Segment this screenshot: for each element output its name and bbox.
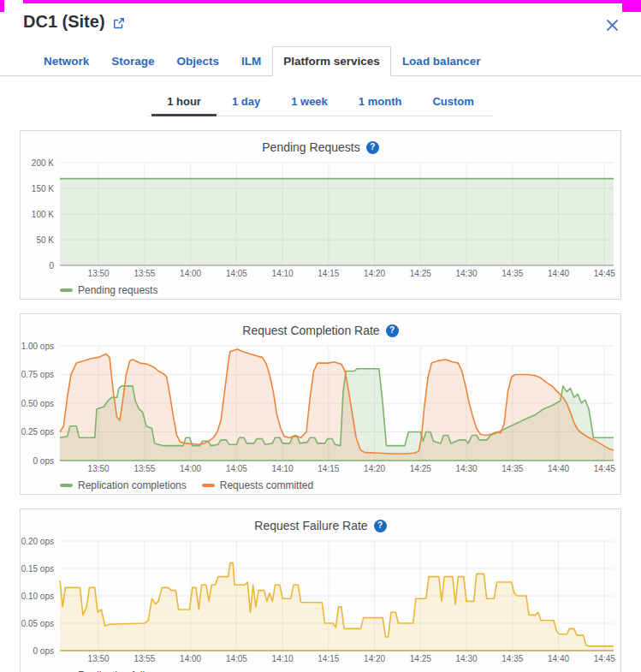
svg-text:100 K: 100 K [32,210,54,219]
svg-text:13:55: 13:55 [134,269,155,278]
svg-text:13:55: 13:55 [134,654,155,663]
svg-text:0.20 ops: 0.20 ops [21,537,54,546]
tab-platform-services[interactable]: Platform services [272,46,391,76]
chart-legend: Replication failures [21,665,620,672]
svg-text:1.00 ops: 1.00 ops [21,342,54,351]
svg-text:0.15 ops: 0.15 ops [21,564,54,574]
chart-title-text: Pending Requests [262,140,359,154]
chart-title-text: Request Completion Rate [242,324,379,337]
svg-text:14:25: 14:25 [410,269,431,278]
chart-title: Pending Requests ? [21,131,620,157]
magenta-artifact-top [23,0,641,3]
legend-label: Replication completions [78,479,187,491]
magenta-artifact-corner [622,0,641,12]
svg-text:14:05: 14:05 [226,654,247,663]
tab-network[interactable]: Network [33,46,100,75]
chart-panel-request-completion-rate: Request Completion Rate ? 0 ops0.25 ops0… [20,313,621,495]
svg-text:200 K: 200 K [32,158,54,168]
chart-legend: Replication completionsRequests committe… [21,475,620,494]
tab-storage[interactable]: Storage [100,46,165,75]
request-completion-rate-chart[interactable]: 0 ops0.25 ops0.50 ops0.75 ops1.00 ops13:… [21,340,620,475]
svg-text:14:05: 14:05 [226,269,247,278]
svg-text:14:35: 14:35 [502,464,523,473]
svg-text:14:10: 14:10 [272,654,294,663]
svg-text:14:20: 14:20 [364,464,385,473]
svg-text:14:05: 14:05 [226,464,247,473]
svg-text:14:10: 14:10 [272,269,294,278]
svg-text:14:45: 14:45 [594,654,615,663]
svg-text:0.50 ops: 0.50 ops [21,399,54,408]
svg-text:0 ops: 0 ops [33,646,54,656]
legend-swatch [202,484,215,487]
svg-text:14:20: 14:20 [364,654,385,663]
svg-text:14:35: 14:35 [502,654,523,663]
svg-text:13:55: 13:55 [134,464,155,473]
legend-swatch [60,288,73,292]
help-icon[interactable]: ? [366,141,379,154]
chart-title: Request Completion Rate ? [21,314,620,340]
tab-ilm[interactable]: ILM [230,46,272,75]
tab-load-balancer[interactable]: Load balancer [391,46,492,75]
svg-text:14:40: 14:40 [548,654,569,663]
svg-text:0.25 ops: 0.25 ops [21,427,54,437]
legend-item-requests-committed[interactable]: Requests committed [202,479,313,491]
magenta-artifact-left [0,0,4,12]
charts-container: Pending Requests ? 050 K100 K150 K200 K1… [20,130,621,672]
header: DC1 (Site) [0,0,641,39]
chart-svg: 0 ops0.05 ops0.10 ops0.15 ops0.20 ops13:… [21,535,620,665]
svg-text:13:50: 13:50 [88,464,110,473]
chart-svg: 050 K100 K150 K200 K13:5013:5514:0014:05… [21,157,620,280]
time-range-selector: 1 hour1 day1 week1 monthCustom [148,87,493,116]
svg-text:0.75 ops: 0.75 ops [21,370,54,379]
svg-text:14:40: 14:40 [548,269,569,278]
svg-text:14:00: 14:00 [180,464,201,473]
page-title: DC1 (Site) [23,12,125,32]
time-range-1-day[interactable]: 1 day [217,87,276,116]
svg-text:14:15: 14:15 [318,269,339,278]
legend-item-pending-requests[interactable]: Pending requests [60,284,157,296]
svg-text:14:00: 14:00 [180,654,201,663]
chart-svg: 0 ops0.25 ops0.50 ops0.75 ops1.00 ops13:… [21,340,620,475]
legend-item-replication-completions[interactable]: Replication completions [60,479,187,491]
svg-text:14:25: 14:25 [410,654,431,663]
close-icon [606,21,619,34]
request-failure-rate-chart[interactable]: 0 ops0.05 ops0.10 ops0.15 ops0.20 ops13:… [21,535,620,665]
legend-label: Requests committed [220,479,313,491]
svg-text:14:10: 14:10 [272,464,294,473]
page-title-text: DC1 (Site) [23,12,105,32]
svg-text:14:15: 14:15 [318,464,339,473]
svg-text:14:15: 14:15 [318,654,339,663]
time-range-1-hour[interactable]: 1 hour [151,87,217,116]
legend-label: Pending requests [78,284,157,296]
tab-objects[interactable]: Objects [166,46,231,75]
svg-text:0 ops: 0 ops [33,456,54,466]
chart-legend: Pending requests [21,280,620,299]
svg-text:0.05 ops: 0.05 ops [21,619,54,628]
help-icon[interactable]: ? [386,324,399,337]
chart-title: Request Failure Rate ? [21,509,620,535]
time-range-custom[interactable]: Custom [417,87,489,116]
svg-text:14:20: 14:20 [364,269,385,278]
time-range-1-month[interactable]: 1 month [343,87,418,116]
external-link-icon[interactable] [113,17,125,29]
svg-text:50 K: 50 K [36,235,54,245]
svg-text:14:45: 14:45 [594,269,615,278]
svg-text:14:35: 14:35 [502,269,523,278]
chart-panel-pending-requests: Pending Requests ? 050 K100 K150 K200 K1… [20,130,621,300]
svg-text:13:50: 13:50 [88,654,110,663]
svg-text:14:25: 14:25 [410,464,431,473]
svg-text:14:40: 14:40 [548,464,569,473]
svg-text:14:30: 14:30 [455,654,477,663]
svg-text:150 K: 150 K [32,184,54,193]
svg-text:14:00: 14:00 [180,269,201,278]
close-button[interactable] [601,14,624,39]
time-range-1-week[interactable]: 1 week [276,87,343,116]
svg-text:14:30: 14:30 [455,464,477,473]
svg-text:0.10 ops: 0.10 ops [21,592,54,601]
help-icon[interactable]: ? [374,520,387,532]
pending-requests-chart[interactable]: 050 K100 K150 K200 K13:5013:5514:0014:05… [21,157,620,280]
svg-text:14:45: 14:45 [594,464,615,473]
svg-text:14:30: 14:30 [455,269,477,278]
svg-text:0: 0 [49,261,54,271]
chart-panel-request-failure-rate: Request Failure Rate ? 0 ops0.05 ops0.10… [20,508,621,672]
